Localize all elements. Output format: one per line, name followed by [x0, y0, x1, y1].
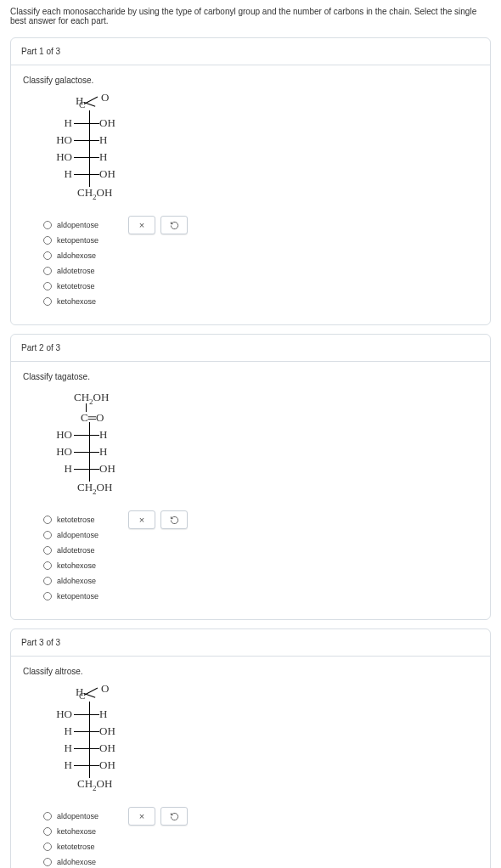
fischer-row: HOH — [47, 132, 149, 149]
top-ch2oh-label: CH2OH — [74, 392, 109, 406]
answer-option[interactable]: aldohexose — [43, 573, 478, 589]
row-left-label: HO — [47, 446, 72, 457]
fischer-row: HOH — [47, 427, 149, 444]
answer-radio[interactable] — [43, 516, 52, 524]
part-body: Classify altrose.HOCHOHHOHHOHHOHCH2OH×al… — [11, 657, 490, 868]
row-left-label: HO — [47, 134, 72, 145]
row-right-label: OH — [99, 742, 115, 753]
part-body: Classify galactose.HOCHOHHOHHOHHOHCH2OH×… — [11, 65, 490, 324]
answer-label: ketohexose — [57, 297, 96, 306]
molecule-structure: HOCHOHHOHHOHHOHCH2OH — [47, 97, 478, 202]
question-card: Part 2 of 3Classify tagatose.CH2OHC═OHOH… — [10, 334, 491, 620]
answer-option[interactable]: ketohexose — [43, 824, 478, 839]
answer-radio[interactable] — [43, 282, 52, 290]
row-left-label: H — [47, 463, 72, 474]
answer-radio[interactable] — [43, 858, 52, 866]
answer-option[interactable]: ketohexose — [43, 558, 478, 573]
action-buttons: × — [128, 510, 188, 529]
fischer-row: HOH — [47, 461, 149, 478]
row-left-label: H — [47, 168, 72, 179]
answer-radio[interactable] — [43, 843, 52, 851]
answer-radio[interactable] — [43, 267, 52, 275]
answer-label: ketopentose — [57, 592, 99, 600]
answer-option[interactable]: aldotetrose — [43, 543, 478, 558]
reset-button[interactable] — [160, 807, 188, 826]
top-o-label: O — [101, 683, 109, 694]
answer-label: aldotetrose — [57, 267, 95, 275]
answer-option[interactable]: ketopentose — [43, 233, 478, 248]
clear-button[interactable]: × — [128, 807, 155, 826]
answer-label: aldohexose — [57, 858, 96, 866]
row-left-label: H — [47, 742, 72, 753]
answer-label: aldopentose — [57, 531, 99, 539]
reset-button[interactable] — [160, 216, 188, 234]
row-right-label: H — [99, 446, 107, 457]
answer-radio[interactable] — [43, 827, 52, 836]
answer-option[interactable]: aldopentose — [43, 527, 478, 543]
row-right-label: OH — [99, 759, 115, 770]
fischer-row: HOH — [47, 116, 149, 132]
row-right-label: OH — [99, 168, 115, 179]
reset-icon — [170, 221, 179, 230]
part-body: Classify tagatose.CH2OHC═OHOHHOHHOHCH2OH… — [11, 362, 490, 619]
bottom-ch2oh: CH2OH — [47, 478, 149, 495]
answer-label: ketohexose — [57, 827, 96, 836]
fischer-row: HOH — [47, 741, 149, 758]
answer-radio[interactable] — [43, 592, 52, 600]
fischer-row: HOH — [47, 444, 149, 461]
row-right-label: H — [99, 151, 107, 162]
close-icon: × — [139, 220, 144, 230]
fischer-row: HOH — [47, 166, 149, 183]
molecule-structure: HOCHOHHOHHOHHOHCH2OH — [47, 688, 478, 793]
row-left-label: HO — [47, 151, 72, 162]
answer-option[interactable]: ketopentose — [43, 589, 478, 604]
row-right-label: OH — [99, 463, 115, 474]
answer-option[interactable]: ketotetrose — [43, 512, 478, 527]
answer-radio[interactable] — [43, 251, 52, 260]
question-card: Part 1 of 3Classify galactose.HOCHOHHOHH… — [10, 37, 491, 325]
top-co-label: C═O — [81, 412, 104, 423]
row-right-label: OH — [99, 725, 115, 736]
row-left-label: H — [47, 759, 72, 770]
close-icon: × — [139, 515, 144, 525]
answer-radio[interactable] — [43, 221, 52, 229]
answer-label: ketotetrose — [57, 516, 95, 524]
fischer-row: HOH — [47, 724, 149, 741]
answer-radio[interactable] — [43, 236, 52, 245]
answer-option[interactable]: ketotetrose — [43, 279, 478, 294]
clear-button[interactable]: × — [128, 216, 155, 234]
answer-option[interactable]: aldopentose — [43, 809, 478, 824]
row-right-label: OH — [99, 117, 115, 128]
answer-label: ketotetrose — [57, 282, 95, 290]
bottom-ch2oh: CH2OH — [47, 775, 149, 792]
answer-label: ketotetrose — [57, 843, 95, 851]
row-left-label: H — [47, 117, 72, 128]
answer-option[interactable]: aldotetrose — [43, 263, 478, 279]
answer-option[interactable]: ketotetrose — [43, 839, 478, 854]
fischer-row: HOH — [47, 707, 149, 724]
question-prompt: Classify altrose. — [23, 667, 478, 676]
answer-option[interactable]: ketohexose — [43, 294, 478, 309]
options-group: ×aldopentoseketohexoseketotetrosealdohex… — [43, 809, 478, 868]
row-right-label: H — [99, 429, 107, 440]
close-icon: × — [139, 811, 144, 821]
page-instruction: Classify each monosaccharide by using th… — [0, 0, 501, 32]
answer-radio[interactable] — [43, 577, 52, 585]
answer-label: aldotetrose — [57, 546, 95, 555]
reset-button[interactable] — [160, 510, 188, 529]
row-right-label: H — [99, 134, 107, 145]
answer-radio[interactable] — [43, 546, 52, 555]
answer-radio[interactable] — [43, 297, 52, 306]
options-group: ×ketotetrosealdopentosealdotetroseketohe… — [43, 512, 478, 604]
answer-option[interactable]: aldohexose — [43, 248, 478, 263]
row-right-label: H — [99, 708, 107, 719]
clear-button[interactable]: × — [128, 510, 155, 529]
answer-option[interactable]: aldopentose — [43, 217, 478, 233]
answer-radio[interactable] — [43, 531, 52, 539]
answer-option[interactable]: aldohexose — [43, 854, 478, 868]
answer-radio[interactable] — [43, 812, 52, 820]
action-buttons: × — [128, 216, 188, 234]
answer-label: aldopentose — [57, 812, 99, 820]
fischer-row: HOH — [47, 149, 149, 166]
answer-radio[interactable] — [43, 561, 52, 570]
